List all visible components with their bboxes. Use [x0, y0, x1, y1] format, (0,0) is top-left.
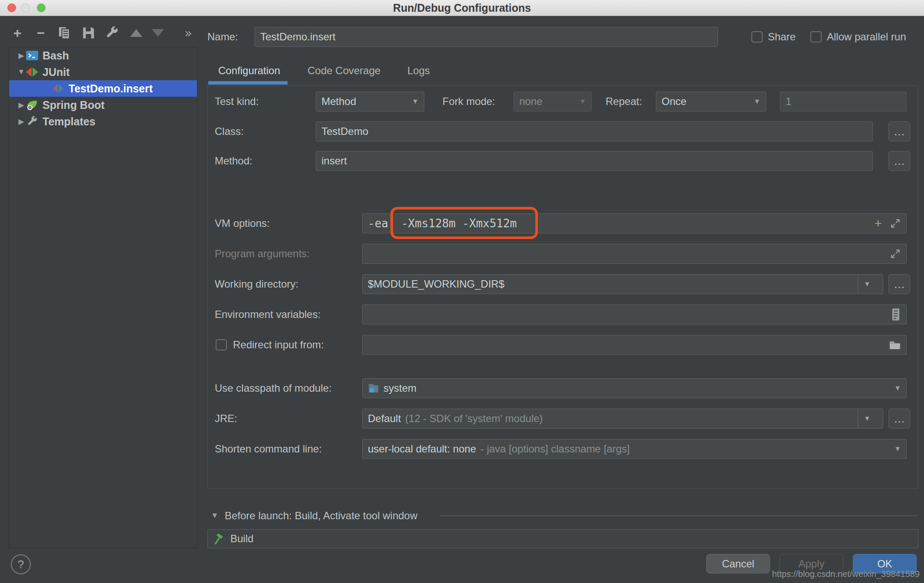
build-task-label[interactable]: Build: [230, 533, 253, 545]
shorten-command-line-dropdown[interactable]: user-local default: none - java [options…: [362, 439, 907, 459]
repeat-label: Repeat:: [606, 92, 642, 111]
module-icon: [368, 383, 379, 394]
build-hammer-icon: [213, 532, 226, 545]
repeat-count-input[interactable]: 1: [780, 92, 907, 111]
working-directory-value: $MODULE_WORKING_DIR$: [368, 278, 505, 290]
use-classpath-dropdown[interactable]: system ▼: [362, 378, 907, 398]
shorten-command-line-label: Shorten command line:: [215, 439, 322, 459]
jre-combobox[interactable]: Default (12 - SDK of 'system' module) ▼: [362, 409, 883, 429]
chevron-down-icon[interactable]: ▼: [858, 409, 883, 428]
class-label: Class:: [215, 121, 244, 141]
ellipsis-icon: …: [894, 412, 905, 426]
collapsed-arrow-icon[interactable]: ▶: [17, 101, 26, 110]
tree-item-bash[interactable]: ▶ Bash: [9, 47, 197, 64]
class-input[interactable]: TestDemo: [316, 121, 873, 141]
fork-mode-dropdown[interactable]: none ▼: [514, 92, 592, 111]
copy-configuration-button[interactable]: [56, 25, 73, 41]
vm-options-label: VM options:: [215, 213, 270, 233]
wrench-icon: [105, 26, 119, 40]
vm-options-input[interactable]: -ea -Xms128m -Xmx512m +: [362, 213, 907, 233]
jre-label: JRE:: [215, 409, 237, 429]
chevron-down-icon: ▼: [579, 98, 586, 105]
share-label: Share: [768, 30, 796, 43]
add-vm-option-icon[interactable]: +: [874, 216, 882, 231]
browse-working-directory-button[interactable]: …: [888, 274, 910, 294]
down-arrow-icon: [152, 29, 164, 37]
name-label: Name:: [207, 27, 238, 47]
repeat-dropdown[interactable]: Once ▼: [656, 92, 766, 111]
method-value: insert: [321, 155, 347, 167]
tab-code-coverage[interactable]: Code Coverage: [308, 61, 380, 81]
allow-parallel-run-checkbox[interactable]: [810, 31, 822, 43]
templates-wrench-icon: [26, 116, 39, 127]
fork-mode-label: Fork mode:: [442, 92, 495, 111]
tree-item-spring-boot[interactable]: ▶ Spring Boot: [9, 97, 197, 113]
remove-configuration-button[interactable]: −: [33, 25, 49, 41]
program-arguments-input[interactable]: [362, 244, 907, 264]
expand-field-icon[interactable]: [890, 218, 901, 229]
redirect-input-label: Redirect input from:: [233, 338, 324, 351]
tree-item-testdemo-insert[interactable]: TestDemo.insert: [9, 80, 197, 97]
window-title: Run/Debug Configurations: [0, 0, 924, 16]
collapse-section-icon[interactable]: ▼: [211, 511, 219, 520]
test-kind-dropdown[interactable]: Method ▼: [316, 92, 424, 111]
copy-icon: [57, 26, 71, 40]
edit-templates-button[interactable]: [103, 25, 121, 41]
tree-item-label: Bash: [43, 49, 69, 62]
tree-item-label: Spring Boot: [43, 99, 105, 111]
expand-field-icon[interactable]: [890, 248, 901, 259]
expanded-arrow-icon[interactable]: ▼: [17, 68, 26, 76]
class-value: TestDemo: [321, 125, 368, 138]
share-checkbox[interactable]: [751, 31, 763, 43]
use-classpath-value: system: [383, 382, 416, 394]
before-launch-task-list: Build: [207, 529, 918, 548]
redirect-input-checkbox[interactable]: [216, 339, 227, 350]
watermark: https://blog.csdn.net/weixin_39841589: [772, 569, 920, 579]
save-configuration-button[interactable]: [80, 25, 97, 41]
method-input[interactable]: insert: [316, 151, 873, 171]
add-configuration-button[interactable]: +: [10, 25, 25, 41]
environment-variables-input[interactable]: [362, 305, 907, 324]
redirect-input-path-input[interactable]: [362, 335, 907, 355]
configuration-tree: ▶ Bash ▼ JUnit TestDemo.ins: [9, 47, 197, 548]
collapsed-arrow-icon[interactable]: ▶: [17, 51, 26, 60]
browse-class-button[interactable]: …: [888, 121, 910, 141]
tree-item-label: JUnit: [43, 66, 70, 79]
up-arrow-icon: [130, 29, 142, 37]
cancel-button[interactable]: Cancel: [706, 554, 770, 573]
browse-method-button[interactable]: …: [888, 151, 910, 171]
browse-jre-button[interactable]: …: [888, 409, 910, 429]
repeat-value: Once: [662, 95, 686, 108]
section-divider: [440, 515, 917, 516]
collapsed-arrow-icon[interactable]: ▶: [17, 117, 26, 126]
move-up-button[interactable]: [128, 25, 145, 41]
save-icon: [82, 26, 95, 39]
spring-boot-icon: [26, 99, 39, 111]
browse-variables-icon[interactable]: [891, 308, 901, 321]
environment-variables-label: Environment variables:: [215, 305, 321, 324]
working-directory-combobox[interactable]: $MODULE_WORKING_DIR$ ▼: [362, 274, 883, 294]
run-debug-configurations-dialog: Run/Debug Configurations + − » ▶: [0, 0, 924, 583]
test-kind-value: Method: [321, 95, 356, 108]
junit-test-icon: [52, 83, 65, 94]
cancel-label: Cancel: [722, 558, 754, 570]
chevron-down-icon: ▼: [754, 98, 760, 105]
bash-icon: [26, 50, 39, 61]
ellipsis-icon: …: [894, 154, 905, 168]
chevrons-icon: »: [185, 26, 191, 40]
test-kind-label: Test kind:: [215, 92, 259, 111]
move-down-button[interactable]: [149, 25, 167, 41]
tab-logs[interactable]: Logs: [407, 61, 430, 81]
name-input[interactable]: TestDemo.insert: [255, 27, 718, 47]
chevron-down-icon[interactable]: ▼: [858, 275, 883, 294]
help-button[interactable]: ?: [11, 554, 31, 574]
vm-options-highlighted-value: -Xms128m -Xmx512m: [401, 217, 517, 230]
tree-item-label: Templates: [43, 115, 95, 128]
tree-item-junit[interactable]: ▼ JUnit: [9, 64, 197, 80]
folder-icon[interactable]: [889, 340, 901, 350]
chevron-down-icon: ▼: [894, 384, 901, 392]
more-actions-button[interactable]: »: [180, 25, 197, 41]
tab-configuration[interactable]: Configuration: [218, 61, 280, 81]
tree-item-templates[interactable]: ▶ Templates: [9, 113, 197, 130]
tree-item-label: TestDemo.insert: [69, 82, 153, 95]
